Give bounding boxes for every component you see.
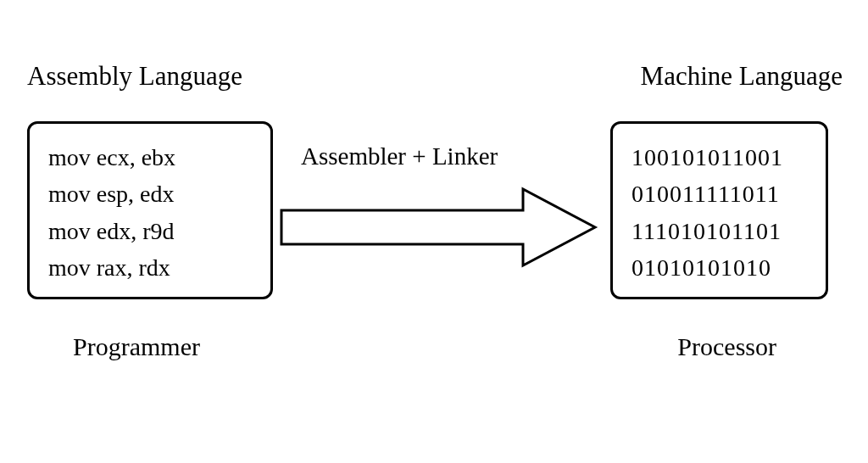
assembly-line: mov edx, r9d (48, 213, 252, 249)
assembly-box: mov ecx, ebx mov esp, edx mov edx, r9d m… (27, 121, 273, 299)
assembly-caption: Programmer (73, 332, 200, 361)
machine-line: 111010101101 (632, 213, 807, 249)
assembly-title: Assembly Language (27, 61, 242, 92)
machine-title: Machine Language (641, 61, 843, 92)
assembler-diagram: Assembly Language Machine Language mov e… (0, 0, 868, 463)
machine-line: 100101011001 (632, 139, 807, 176)
machine-caption: Processor (677, 332, 776, 361)
assembly-line: mov esp, edx (48, 176, 252, 212)
arrow-icon (277, 185, 599, 270)
assembly-line: mov ecx, ebx (48, 139, 252, 176)
machine-line: 01010101010 (632, 249, 807, 286)
assembly-line: mov rax, rdx (48, 249, 252, 286)
machine-box: 100101011001 010011111011 111010101101 0… (610, 121, 828, 299)
machine-line: 010011111011 (632, 176, 807, 212)
arrow-label: Assembler + Linker (301, 142, 498, 170)
